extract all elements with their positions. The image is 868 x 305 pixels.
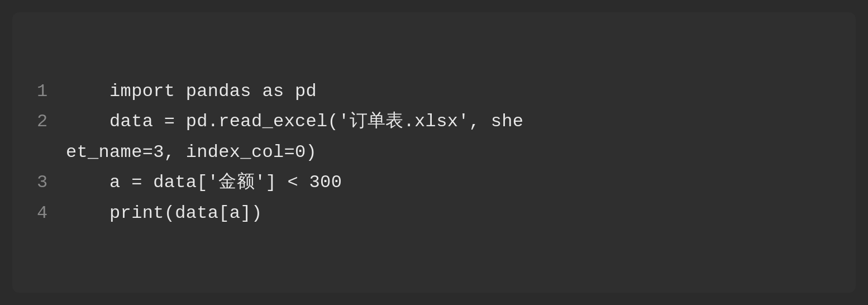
- code-line-1: 1 import pandas as pd: [37, 77, 831, 107]
- line-content-2: data = pd.read_excel('订单表.xlsx', she: [66, 107, 523, 137]
- line-content-1: import pandas as pd: [66, 77, 317, 107]
- code-line-2b: et_name=3, index_col=0): [37, 137, 831, 168]
- code-line-3: 3 a = data['金额'] < 300: [37, 168, 831, 198]
- line-number-2: 2: [37, 107, 66, 137]
- code-line-2: 2 data = pd.read_excel('订单表.xlsx', she: [37, 107, 831, 137]
- line-content-3: a = data['金额'] < 300: [66, 168, 342, 198]
- line-content-4: print(data[a]): [66, 198, 262, 228]
- code-line-4: 4 print(data[a]): [37, 198, 831, 228]
- code-block: 1 import pandas as pd 2 data = pd.read_e…: [12, 12, 856, 293]
- line-content-2b: et_name=3, index_col=0): [66, 137, 317, 168]
- line-number-3: 3: [37, 168, 66, 198]
- line-number-1: 1: [37, 77, 66, 107]
- line-number-4: 4: [37, 198, 66, 228]
